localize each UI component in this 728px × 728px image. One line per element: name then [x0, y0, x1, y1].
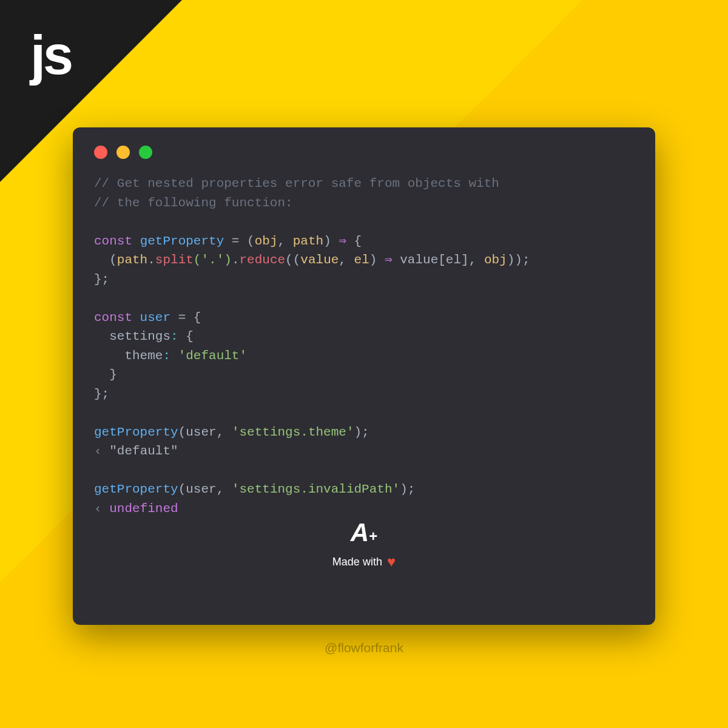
code-window: // Get nested properties error safe from…	[73, 127, 655, 625]
code-token: user	[186, 425, 216, 439]
code-token: ,	[217, 482, 232, 496]
code-token: obj	[255, 234, 278, 248]
code-token: const	[94, 311, 132, 325]
code-token: const	[94, 234, 132, 248]
code-token: (	[178, 425, 186, 439]
aplus-logo: A +	[332, 518, 396, 547]
heart-icon: ♥	[387, 553, 396, 570]
code-token: );	[400, 482, 415, 496]
code-token: settings	[94, 329, 170, 343]
code-token: split	[155, 253, 194, 267]
code-token: ));	[507, 253, 530, 267]
code-token: obj	[484, 253, 507, 267]
made-with-label: Made with	[332, 556, 382, 568]
code-token: (	[178, 482, 186, 496]
code-token: getProperty	[94, 425, 178, 439]
code-token: value[el]	[400, 253, 468, 267]
maximize-icon[interactable]	[139, 146, 152, 159]
code-token: ,	[277, 234, 292, 248]
code-token: reduce	[239, 253, 285, 267]
code-token: theme	[94, 349, 163, 363]
code-token: value	[300, 253, 339, 267]
code-token: )	[323, 234, 331, 248]
code-token: );	[354, 425, 369, 439]
code-token: )	[369, 253, 377, 267]
code-token: (	[247, 234, 255, 248]
comment-line: // the following function:	[94, 196, 293, 210]
code-token: ((	[285, 253, 300, 267]
logo-plus: +	[369, 528, 377, 545]
code-token: (	[94, 253, 117, 267]
code-token: user	[186, 482, 216, 496]
code-token: ‹	[94, 502, 109, 516]
code-token: ,	[217, 425, 232, 439]
code-token: undefined	[109, 502, 178, 516]
attribution: @flowforfrank	[325, 641, 403, 655]
code-token: 'default'	[178, 349, 247, 363]
code-token: ‹	[94, 444, 109, 458]
code-token: ('.')	[194, 253, 232, 267]
code-token: }	[94, 368, 117, 382]
code-token: .	[232, 253, 240, 267]
code-token: };	[94, 272, 109, 286]
code-block: // Get nested properties error safe from…	[94, 174, 634, 518]
code-token: };	[94, 387, 109, 401]
logo-a: A	[351, 518, 368, 547]
code-token: el	[354, 253, 369, 267]
code-token: getProperty	[94, 482, 178, 496]
code-token: ⇒	[377, 253, 400, 267]
code-token: 'settings.theme'	[232, 425, 354, 439]
code-token: getProperty	[140, 234, 224, 248]
code-token: ,	[339, 253, 354, 267]
code-token: path	[117, 253, 147, 267]
code-token: .	[147, 253, 155, 267]
minimize-icon[interactable]	[116, 146, 130, 159]
code-token: =	[224, 234, 247, 248]
code-token: {	[354, 234, 362, 248]
js-logo: js	[30, 24, 71, 87]
code-token: user	[132, 311, 170, 325]
made-with-text: Made with ♥	[332, 553, 396, 570]
code-token: 'settings.invalidPath'	[232, 482, 400, 496]
comment-line: // Get nested properties error safe from…	[94, 177, 499, 190]
code-token: :	[170, 329, 186, 343]
code-token: :	[163, 349, 178, 363]
code-token: "default"	[109, 444, 178, 458]
window-controls	[94, 146, 634, 159]
close-icon[interactable]	[94, 146, 107, 159]
code-token: path	[293, 234, 323, 248]
code-token: {	[186, 329, 194, 343]
footer-logo: A + Made with ♥	[332, 518, 396, 570]
code-token: ⇒	[331, 234, 354, 248]
code-token: ,	[469, 253, 484, 267]
code-token: = {	[170, 311, 201, 325]
